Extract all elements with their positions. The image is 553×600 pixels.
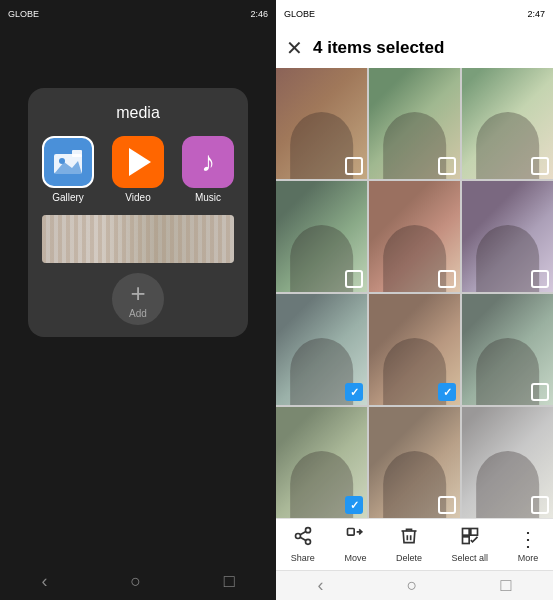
left-nav-bar: ‹ ○ □ (0, 571, 276, 592)
music-item[interactable]: ♪ Music (182, 136, 234, 203)
svg-rect-9 (348, 529, 355, 536)
right-carrier: GLOBE (284, 9, 315, 19)
add-plus-icon: + (130, 280, 145, 306)
photo-cell-11[interactable] (369, 407, 460, 518)
photo-cell-12[interactable] (462, 407, 553, 518)
checkbox-4[interactable] (345, 270, 363, 288)
media-title: media (116, 104, 160, 122)
svg-rect-11 (471, 529, 478, 536)
svg-point-6 (305, 539, 310, 544)
left-panel: GLOBE 2:46 media Gallery (0, 0, 276, 600)
svg-line-7 (300, 537, 306, 540)
checkbox-2[interactable] (438, 157, 456, 175)
music-note-icon: ♪ (201, 146, 215, 178)
photo-cell-9[interactable] (462, 294, 553, 405)
select-all-button[interactable]: Select all (452, 526, 489, 563)
music-icon-box: ♪ (182, 136, 234, 188)
checkbox-7[interactable] (345, 383, 363, 401)
svg-line-8 (300, 531, 306, 534)
svg-point-4 (305, 528, 310, 533)
delete-icon (399, 526, 419, 551)
checkbox-9[interactable] (531, 383, 549, 401)
checkbox-12[interactable] (531, 496, 549, 514)
gallery-label: Gallery (52, 192, 84, 203)
media-card: media Gallery (28, 88, 248, 337)
video-icon-box (112, 136, 164, 188)
svg-rect-12 (462, 537, 469, 544)
add-label: Add (129, 308, 147, 319)
right-nav-bar: ‹ ○ □ (276, 570, 553, 600)
checkbox-3[interactable] (531, 157, 549, 175)
back-button[interactable]: ‹ (41, 571, 47, 592)
checkbox-6[interactable] (531, 270, 549, 288)
photo-cell-1[interactable] (276, 68, 367, 179)
photo-cell-3[interactable] (462, 68, 553, 179)
bottom-toolbar: Share Move Delete (276, 518, 553, 570)
left-carrier: GLOBE (8, 9, 39, 19)
gallery-svg-icon (52, 146, 84, 178)
svg-rect-10 (462, 529, 469, 536)
gallery-icon-box (42, 136, 94, 188)
gallery-item[interactable]: Gallery (42, 136, 94, 203)
right-status-bar: GLOBE 2:47 (276, 0, 553, 28)
play-icon (129, 148, 151, 176)
selection-header: ✕ 4 items selected (276, 28, 553, 68)
add-button[interactable]: + Add (112, 273, 164, 325)
share-button[interactable]: Share (291, 526, 315, 563)
right-panel: GLOBE 2:47 ✕ 4 items selected (276, 0, 553, 600)
gallery-icon-inner (50, 144, 86, 180)
move-label: Move (344, 553, 366, 563)
recent-button[interactable]: □ (224, 571, 235, 592)
media-icons-row: Gallery Video ♪ Music (42, 136, 234, 203)
left-time: 2:46 (250, 9, 268, 19)
more-label: More (518, 553, 539, 563)
right-home-button[interactable]: ○ (407, 575, 418, 596)
music-label: Music (195, 192, 221, 203)
checkbox-10[interactable] (345, 496, 363, 514)
selection-title: 4 items selected (313, 38, 444, 58)
share-label: Share (291, 553, 315, 563)
photo-cell-6[interactable] (462, 181, 553, 292)
svg-rect-3 (72, 150, 82, 157)
delete-button[interactable]: Delete (396, 526, 422, 563)
photo-cell-8[interactable] (369, 294, 460, 405)
home-button[interactable]: ○ (130, 571, 141, 592)
photo-cell-2[interactable] (369, 68, 460, 179)
photo-cell-5[interactable] (369, 181, 460, 292)
right-time: 2:47 (527, 9, 545, 19)
video-label: Video (125, 192, 150, 203)
media-thumbnail (42, 215, 234, 263)
video-item[interactable]: Video (112, 136, 164, 203)
checkbox-11[interactable] (438, 496, 456, 514)
select-all-icon (460, 526, 480, 551)
move-button[interactable]: Move (344, 526, 366, 563)
right-back-button[interactable]: ‹ (318, 575, 324, 596)
delete-label: Delete (396, 553, 422, 563)
photo-grid (276, 68, 553, 518)
svg-point-5 (295, 534, 300, 539)
photo-cell-7[interactable] (276, 294, 367, 405)
share-icon (293, 526, 313, 551)
left-status-bar: GLOBE 2:46 (0, 0, 276, 28)
more-button[interactable]: ⋮ More (518, 527, 539, 563)
right-recent-button[interactable]: □ (501, 575, 512, 596)
checkbox-1[interactable] (345, 157, 363, 175)
close-icon[interactable]: ✕ (286, 36, 303, 60)
checkbox-5[interactable] (438, 270, 456, 288)
checkbox-8[interactable] (438, 383, 456, 401)
move-icon (345, 526, 365, 551)
more-icon: ⋮ (518, 527, 538, 551)
select-all-label: Select all (452, 553, 489, 563)
photo-cell-10[interactable] (276, 407, 367, 518)
photo-cell-4[interactable] (276, 181, 367, 292)
